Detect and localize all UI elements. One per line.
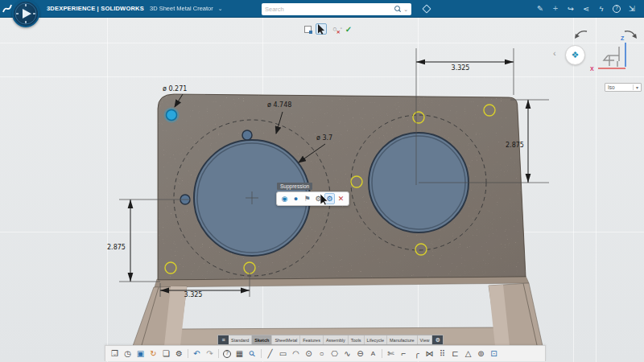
fillet-tool-icon[interactable]: ╭ bbox=[411, 347, 423, 361]
app-name: 3D Sheet Metal Creator bbox=[150, 5, 213, 12]
text-tool-icon[interactable]: A bbox=[367, 347, 379, 361]
delete-icon[interactable]: ✕ bbox=[336, 193, 346, 204]
tab-sketch[interactable]: Sketch bbox=[252, 335, 272, 344]
action-bar-menu-icon[interactable]: ≡ bbox=[218, 335, 229, 344]
titlebar-actions: ✎+↪⋖ϟ?⇲ bbox=[536, 2, 636, 14]
share-icon[interactable]: ↪ bbox=[567, 2, 575, 14]
robot-assistant-button[interactable]: ❖ bbox=[565, 45, 585, 65]
panel-expand-chevron[interactable]: ‹ bbox=[553, 48, 556, 58]
tab-assembly[interactable]: Assembly bbox=[324, 335, 349, 344]
trim-tool-icon[interactable]: ✄ bbox=[385, 347, 397, 361]
dimension-large-hole[interactable]: ø 3.7 bbox=[316, 134, 332, 142]
redo-icon[interactable]: ↷ bbox=[204, 347, 216, 361]
dimension-small-hole[interactable]: ø 0.271 bbox=[163, 85, 187, 93]
action-bar: ≡ StandardSketchSheetMetalFeaturesAssemb… bbox=[217, 335, 444, 345]
dimension-top-width[interactable]: 3.325 bbox=[444, 64, 477, 72]
arc-tool-icon[interactable]: ◠ bbox=[290, 347, 302, 361]
action-bar-options-icon[interactable]: ⚙ bbox=[432, 335, 443, 344]
select-cursor-icon[interactable] bbox=[316, 23, 327, 35]
tab-tools[interactable]: Tools bbox=[349, 335, 365, 344]
rectangle-tool-icon[interactable]: ▭ bbox=[277, 347, 289, 361]
dimension-right-height[interactable]: 2.875 bbox=[506, 142, 524, 149]
spline-tool-icon[interactable]: ∿ bbox=[341, 347, 353, 361]
selection-box-icon[interactable] bbox=[302, 23, 313, 35]
dropdown-caret-icon: ▾ bbox=[633, 84, 638, 90]
project-tool-icon[interactable]: ⊚ bbox=[475, 347, 487, 361]
search-caret-icon[interactable]: ⌄ bbox=[403, 6, 408, 13]
dimension-left-height[interactable]: 2.875 bbox=[107, 244, 126, 251]
mirror-tool-icon[interactable]: ⋈ bbox=[423, 347, 436, 361]
zoom-to-selection-icon[interactable]: ◉ bbox=[279, 193, 290, 204]
collapse-icon[interactable]: ⇲ bbox=[628, 2, 636, 14]
mouse-cursor bbox=[320, 194, 329, 206]
dassault-logo bbox=[2, 2, 13, 15]
tab-sheetmetal[interactable]: SheetMetal bbox=[272, 335, 300, 344]
app-menu-caret-icon[interactable]: ⌄ bbox=[218, 6, 223, 11]
shortcuts-icon[interactable]: ϟ bbox=[597, 2, 605, 14]
help-icon[interactable]: ? bbox=[223, 350, 231, 358]
line-tool-icon[interactable]: ╱ bbox=[264, 347, 276, 361]
selected-hole[interactable] bbox=[167, 110, 177, 121]
history-icon[interactable]: ◷ bbox=[122, 347, 134, 361]
context-toolbar: ◉●⚑⚙⚙✕ bbox=[276, 191, 349, 206]
pattern-tool-icon[interactable]: ⠿ bbox=[436, 347, 448, 361]
rotate-view-right-icon[interactable] bbox=[622, 29, 638, 40]
reference-chair-icon bbox=[604, 47, 619, 67]
toolbar-icon bbox=[218, 349, 219, 358]
axis-z-label: Z bbox=[621, 35, 624, 41]
comment-icon[interactable]: ✎ bbox=[536, 2, 544, 14]
flag-icon[interactable]: ⚑ bbox=[302, 193, 312, 204]
ellipse-tool-icon[interactable]: ⊖ bbox=[354, 347, 366, 361]
app-title: 3DEXPERIENCE | SOLIDWORKS 3D Sheet Metal… bbox=[47, 5, 223, 12]
sketch-toolbar: ⌄❐◷▣↻❏⚙↶↷?▦⚲╱▭◠⊙○⎔∿⊖A✄⌐╭⋈⠿⊏△⊚⊡ bbox=[105, 345, 546, 361]
sheet-metal-part[interactable] bbox=[0, 0, 644, 362]
application-window: ø 0.271 ø 4.748 ø 3.7 3.325 2.875 2.875 … bbox=[0, 0, 644, 362]
save-icon[interactable]: ▣ bbox=[134, 347, 147, 361]
toolbar-icon bbox=[382, 349, 382, 358]
tab-manufacture[interactable]: Manufacture bbox=[387, 335, 418, 344]
context-tooltip: Suppression bbox=[277, 183, 312, 190]
tab-standard[interactable]: Standard bbox=[229, 335, 252, 344]
view-orientation-dropdown[interactable]: Iso ▾ bbox=[605, 83, 642, 92]
convert-tool-icon[interactable]: △ bbox=[462, 347, 474, 361]
dimension-bolt-circle[interactable]: ø 4.748 bbox=[267, 101, 291, 109]
cancel-sketch-icon[interactable]: ○ bbox=[329, 23, 341, 35]
rotate-view-left-icon[interactable] bbox=[573, 29, 589, 40]
brand-name: 3DEXPERIENCE | SOLIDWORKS bbox=[47, 5, 144, 12]
search-input[interactable] bbox=[265, 6, 394, 13]
offset-tool-icon[interactable]: ⊏ bbox=[449, 347, 461, 361]
network-icon[interactable]: ⋖ bbox=[582, 2, 590, 14]
confirm-sketch-icon[interactable]: ✓ bbox=[343, 23, 354, 35]
search-bar[interactable]: ⌄ bbox=[262, 3, 411, 15]
help-icon[interactable]: ? bbox=[613, 5, 621, 13]
add-icon[interactable]: + bbox=[551, 2, 559, 14]
dimension-bottom-width[interactable]: 3.325 bbox=[179, 291, 208, 298]
circle-tool-icon[interactable]: ⊙ bbox=[303, 347, 315, 361]
copy-icon[interactable]: ❏ bbox=[160, 347, 172, 361]
polygon-tool-icon[interactable]: ⎔ bbox=[328, 347, 341, 361]
view-dropdown-value: Iso bbox=[608, 84, 633, 90]
isolate-icon[interactable]: ● bbox=[291, 193, 301, 204]
perimeter-circle-tool-icon[interactable]: ○ bbox=[316, 347, 328, 361]
undo-icon[interactable]: ↶ bbox=[191, 347, 203, 361]
search-icon[interactable] bbox=[394, 6, 401, 13]
tab-lifecycle[interactable]: Lifecycle bbox=[365, 335, 387, 344]
toolbar-collapse-icon[interactable]: ⌄ bbox=[109, 347, 121, 361]
tab-view[interactable]: View bbox=[418, 335, 433, 344]
action-bar-tabs: StandardSketchSheetMetalFeaturesAssembly… bbox=[229, 335, 432, 344]
compass-badge[interactable] bbox=[12, 0, 39, 27]
quick-toolbar: ○ ✓ bbox=[302, 23, 354, 35]
search-commands-icon[interactable]: ⚲ bbox=[243, 344, 262, 362]
axis-x-label: X bbox=[590, 66, 594, 72]
sync-icon[interactable]: ↻ bbox=[147, 347, 159, 361]
corner-tool-icon[interactable]: ⌐ bbox=[398, 347, 410, 361]
instant-tool-icon[interactable]: ⊡ bbox=[488, 347, 500, 361]
settings-gear-icon[interactable]: ⚙ bbox=[173, 347, 185, 361]
small-hole-top[interactable] bbox=[242, 130, 252, 140]
toolbar-icon bbox=[188, 349, 188, 358]
tab-features[interactable]: Features bbox=[300, 335, 324, 344]
